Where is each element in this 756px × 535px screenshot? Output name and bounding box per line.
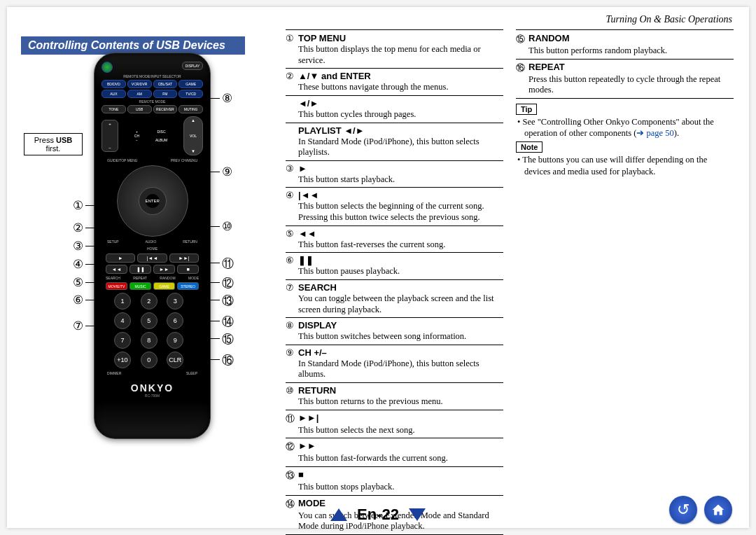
desc-item: ◄/► This button cycles through pages. — [286, 98, 503, 123]
description-col-2: ⑮RANDOM This button performs random play… — [516, 29, 734, 535]
callout-right: ⑮ — [222, 331, 243, 347]
callout-left: ② — [62, 221, 83, 235]
desc-item: ⑦SEARCH You can toggle between the playb… — [286, 282, 503, 318]
desc-item: ⑥❚❚ This button pauses playback. — [286, 255, 503, 280]
page-ref-link[interactable]: ➔ page 50 — [636, 128, 673, 138]
mode-btn: TONE — [102, 105, 126, 113]
callout-right: ⑭ — [222, 314, 243, 330]
color-btn: MOVIE/TV — [106, 282, 127, 290]
tone-rocker: +− — [102, 120, 118, 152]
desc-item: ⑬■ This button stops playback. — [286, 469, 503, 496]
brand: ONKYO — [100, 382, 204, 394]
pause-icon: ❚❚ — [130, 265, 151, 274]
page-footer: En-22 — [7, 506, 749, 524]
ff-icon: ►► — [153, 265, 175, 274]
num-btn: +10 — [114, 352, 131, 368]
note-label: Note — [516, 141, 542, 153]
callout-left: ④ — [62, 257, 83, 272]
num-btn: CLR — [167, 352, 183, 368]
callout-right: ⑫ — [222, 275, 243, 291]
tip-label: Tip — [516, 104, 537, 115]
num-btn: 5 — [141, 312, 158, 329]
desc-item: PLAYLIST ◄/► In Standard Mode (iPod/iPho… — [286, 125, 503, 161]
desc-item: ⑮RANDOM This button performs random play… — [516, 33, 734, 60]
num-btn: 3 — [167, 293, 183, 310]
num-btn: 7 — [114, 332, 131, 349]
callout-left: ⑦ — [62, 319, 83, 333]
home-icon[interactable] — [704, 496, 732, 524]
callout-left: ⑤ — [62, 275, 83, 290]
num-btn: 1 — [114, 293, 131, 310]
vol-rocker: ▲VOL▼ — [183, 116, 203, 155]
desc-item: ⑩RETURN This button returns to the previ… — [286, 385, 503, 410]
mode-btn: AM — [127, 90, 152, 98]
back-icon[interactable]: ↺ — [669, 496, 697, 524]
callout-right: ⑯ — [222, 352, 243, 368]
header-section: Turning On & Basic Operations — [606, 14, 732, 25]
num-btn: 9 — [167, 332, 183, 349]
dpad: ENTER — [117, 165, 188, 237]
callout-left: ① — [62, 198, 83, 213]
selector-label: REMOTE MODE/INPUT SELECTOR — [100, 74, 204, 78]
page-number: En-22 — [357, 506, 399, 524]
next-page-icon[interactable] — [409, 508, 426, 521]
num-btn: 0 — [141, 352, 158, 368]
callout-right: ⑬ — [222, 293, 243, 309]
mode-btn: RECEIVER — [153, 105, 178, 113]
desc-item: ②▲/▼ and ENTER These buttons navigate th… — [286, 71, 503, 96]
color-btn: STEREO — [177, 282, 199, 290]
mode-btn: GAME — [178, 80, 203, 88]
desc-item: ⑨CH +/– In Standard Mode (iPod/iPhone), … — [286, 347, 503, 383]
desc-item: ③► This button starts playback. — [286, 163, 503, 188]
mode-btn: VCR/DVR — [127, 80, 152, 88]
rew-icon: ◄◄ — [106, 265, 127, 274]
callout-left: ⑥ — [62, 293, 83, 307]
mode-btn: MUTING — [178, 105, 203, 113]
mode-btn: FM — [153, 90, 178, 98]
desc-item: ⑤◄◄ This button fast-reverses the curren… — [286, 228, 503, 253]
stop-icon: ■ — [177, 265, 199, 274]
callout-right: ⑨ — [222, 165, 243, 179]
mode-btn: BD/DVD — [102, 80, 126, 88]
desc-item: ④|◄◄ This button selects the beginning o… — [286, 190, 503, 225]
desc-item: ⑪►►| This button selects the next song. — [286, 412, 503, 439]
num-btn: 4 — [114, 312, 131, 329]
press-usb-callout: Press USB first. — [24, 133, 83, 155]
mode-btn: AUX — [102, 90, 126, 98]
desc-item: ①TOP MENU This button displays the top m… — [286, 33, 503, 69]
display-btn: DISPLAY — [182, 62, 203, 70]
callout-right: ⑩ — [222, 219, 243, 234]
desc-item: ⑫►► This button fast-forwards the curren… — [286, 440, 503, 467]
callout-left: ③ — [62, 239, 83, 253]
description-col-1: ①TOP MENU This button displays the top m… — [286, 29, 503, 535]
note-text: The buttons you can use will differ depe… — [524, 154, 734, 177]
remote-body: DISPLAY REMOTE MODE/INPUT SELECTOR BD/DV… — [94, 53, 211, 439]
num-btn: 6 — [167, 312, 183, 329]
color-btn: MUSIC — [130, 282, 151, 290]
num-btn: 8 — [141, 332, 158, 349]
num-btn: 2 — [141, 293, 158, 310]
mode-btn: CBL/SAT — [153, 80, 178, 88]
prev-icon: |◄◄ — [137, 253, 167, 263]
mode-btn: USB — [127, 105, 152, 113]
power-icon — [102, 62, 113, 73]
callout-right: ⑪ — [222, 256, 243, 272]
prev-page-icon[interactable] — [330, 508, 347, 521]
play-icon: ► — [106, 253, 135, 263]
desc-item: ⑯REPEAT Press this button repeatedly to … — [516, 62, 734, 99]
mode-btn: TV/CD — [178, 90, 203, 98]
callout-right: ⑧ — [222, 91, 243, 106]
desc-item: ⑧DISPLAY This button switches between so… — [286, 320, 503, 345]
next-icon: ►►| — [169, 253, 199, 263]
tip-text: See "Controlling Other Onkyo Components"… — [524, 116, 734, 139]
color-btn: GAME — [153, 282, 175, 290]
remote-diagram: Press USB first. DISPLAY REMOTE MODE/INP… — [24, 39, 276, 459]
